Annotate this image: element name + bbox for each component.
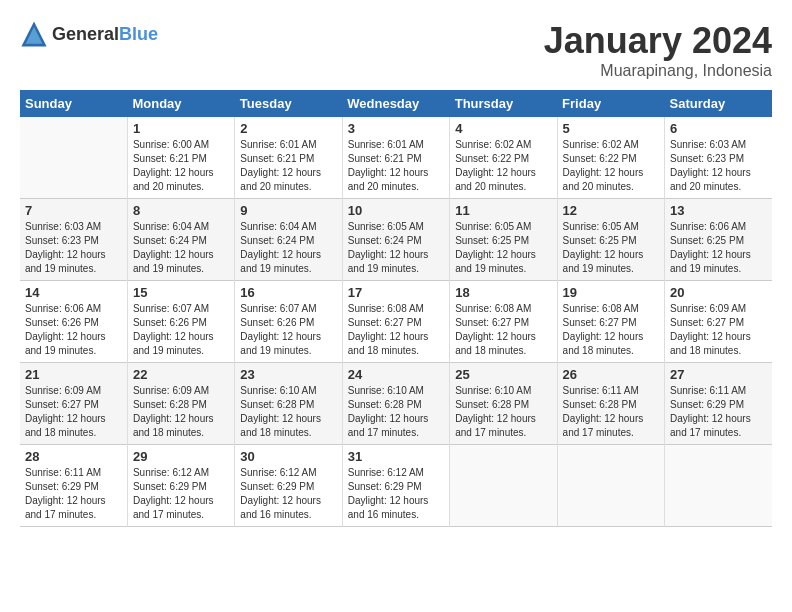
- day-info: Sunrise: 6:09 AM Sunset: 6:27 PM Dayligh…: [670, 302, 767, 358]
- location: Muarapinang, Indonesia: [544, 62, 772, 80]
- day-cell: 11Sunrise: 6:05 AM Sunset: 6:25 PM Dayli…: [450, 199, 557, 281]
- day-info: Sunrise: 6:02 AM Sunset: 6:22 PM Dayligh…: [455, 138, 551, 194]
- day-info: Sunrise: 6:03 AM Sunset: 6:23 PM Dayligh…: [670, 138, 767, 194]
- day-cell: 29Sunrise: 6:12 AM Sunset: 6:29 PM Dayli…: [127, 445, 234, 527]
- day-cell: 20Sunrise: 6:09 AM Sunset: 6:27 PM Dayli…: [665, 281, 772, 363]
- day-info: Sunrise: 6:09 AM Sunset: 6:27 PM Dayligh…: [25, 384, 122, 440]
- day-number: 24: [348, 367, 444, 382]
- day-cell: 27Sunrise: 6:11 AM Sunset: 6:29 PM Dayli…: [665, 363, 772, 445]
- day-number: 18: [455, 285, 551, 300]
- day-info: Sunrise: 6:12 AM Sunset: 6:29 PM Dayligh…: [348, 466, 444, 522]
- day-cell: 17Sunrise: 6:08 AM Sunset: 6:27 PM Dayli…: [342, 281, 449, 363]
- day-number: 17: [348, 285, 444, 300]
- logo-general: General: [52, 24, 119, 44]
- day-number: 23: [240, 367, 336, 382]
- day-info: Sunrise: 6:10 AM Sunset: 6:28 PM Dayligh…: [240, 384, 336, 440]
- header-sunday: Sunday: [20, 90, 127, 117]
- logo: GeneralBlue: [20, 20, 158, 48]
- weekday-header-row: Sunday Monday Tuesday Wednesday Thursday…: [20, 90, 772, 117]
- day-number: 9: [240, 203, 336, 218]
- day-cell: 19Sunrise: 6:08 AM Sunset: 6:27 PM Dayli…: [557, 281, 664, 363]
- day-number: 29: [133, 449, 229, 464]
- day-number: 19: [563, 285, 659, 300]
- day-cell: [557, 445, 664, 527]
- day-cell: 24Sunrise: 6:10 AM Sunset: 6:28 PM Dayli…: [342, 363, 449, 445]
- day-info: Sunrise: 6:03 AM Sunset: 6:23 PM Dayligh…: [25, 220, 122, 276]
- day-number: 12: [563, 203, 659, 218]
- day-info: Sunrise: 6:00 AM Sunset: 6:21 PM Dayligh…: [133, 138, 229, 194]
- calendar-table: Sunday Monday Tuesday Wednesday Thursday…: [20, 90, 772, 527]
- day-cell: 15Sunrise: 6:07 AM Sunset: 6:26 PM Dayli…: [127, 281, 234, 363]
- header-friday: Friday: [557, 90, 664, 117]
- header-saturday: Saturday: [665, 90, 772, 117]
- day-number: 13: [670, 203, 767, 218]
- day-number: 7: [25, 203, 122, 218]
- day-info: Sunrise: 6:05 AM Sunset: 6:25 PM Dayligh…: [563, 220, 659, 276]
- day-cell: 2Sunrise: 6:01 AM Sunset: 6:21 PM Daylig…: [235, 117, 342, 199]
- week-row-2: 7Sunrise: 6:03 AM Sunset: 6:23 PM Daylig…: [20, 199, 772, 281]
- page-header: GeneralBlue January 2024 Muarapinang, In…: [20, 20, 772, 80]
- day-cell: 30Sunrise: 6:12 AM Sunset: 6:29 PM Dayli…: [235, 445, 342, 527]
- day-number: 10: [348, 203, 444, 218]
- day-info: Sunrise: 6:05 AM Sunset: 6:25 PM Dayligh…: [455, 220, 551, 276]
- day-info: Sunrise: 6:10 AM Sunset: 6:28 PM Dayligh…: [348, 384, 444, 440]
- day-info: Sunrise: 6:01 AM Sunset: 6:21 PM Dayligh…: [240, 138, 336, 194]
- day-info: Sunrise: 6:06 AM Sunset: 6:26 PM Dayligh…: [25, 302, 122, 358]
- day-number: 8: [133, 203, 229, 218]
- day-info: Sunrise: 6:11 AM Sunset: 6:29 PM Dayligh…: [670, 384, 767, 440]
- day-cell: [450, 445, 557, 527]
- day-number: 3: [348, 121, 444, 136]
- day-info: Sunrise: 6:07 AM Sunset: 6:26 PM Dayligh…: [133, 302, 229, 358]
- day-number: 1: [133, 121, 229, 136]
- day-info: Sunrise: 6:12 AM Sunset: 6:29 PM Dayligh…: [240, 466, 336, 522]
- day-number: 5: [563, 121, 659, 136]
- day-info: Sunrise: 6:08 AM Sunset: 6:27 PM Dayligh…: [455, 302, 551, 358]
- day-number: 16: [240, 285, 336, 300]
- day-info: Sunrise: 6:09 AM Sunset: 6:28 PM Dayligh…: [133, 384, 229, 440]
- day-number: 28: [25, 449, 122, 464]
- day-cell: 8Sunrise: 6:04 AM Sunset: 6:24 PM Daylig…: [127, 199, 234, 281]
- day-cell: [20, 117, 127, 199]
- day-number: 21: [25, 367, 122, 382]
- logo-blue: Blue: [119, 24, 158, 44]
- day-cell: 31Sunrise: 6:12 AM Sunset: 6:29 PM Dayli…: [342, 445, 449, 527]
- week-row-5: 28Sunrise: 6:11 AM Sunset: 6:29 PM Dayli…: [20, 445, 772, 527]
- day-number: 31: [348, 449, 444, 464]
- day-number: 20: [670, 285, 767, 300]
- header-wednesday: Wednesday: [342, 90, 449, 117]
- day-info: Sunrise: 6:11 AM Sunset: 6:28 PM Dayligh…: [563, 384, 659, 440]
- day-cell: 23Sunrise: 6:10 AM Sunset: 6:28 PM Dayli…: [235, 363, 342, 445]
- day-number: 26: [563, 367, 659, 382]
- day-number: 14: [25, 285, 122, 300]
- day-info: Sunrise: 6:10 AM Sunset: 6:28 PM Dayligh…: [455, 384, 551, 440]
- day-cell: 6Sunrise: 6:03 AM Sunset: 6:23 PM Daylig…: [665, 117, 772, 199]
- day-cell: 7Sunrise: 6:03 AM Sunset: 6:23 PM Daylig…: [20, 199, 127, 281]
- day-number: 30: [240, 449, 336, 464]
- header-monday: Monday: [127, 90, 234, 117]
- day-info: Sunrise: 6:07 AM Sunset: 6:26 PM Dayligh…: [240, 302, 336, 358]
- day-number: 15: [133, 285, 229, 300]
- day-info: Sunrise: 6:04 AM Sunset: 6:24 PM Dayligh…: [133, 220, 229, 276]
- day-cell: 16Sunrise: 6:07 AM Sunset: 6:26 PM Dayli…: [235, 281, 342, 363]
- day-cell: 25Sunrise: 6:10 AM Sunset: 6:28 PM Dayli…: [450, 363, 557, 445]
- day-info: Sunrise: 6:12 AM Sunset: 6:29 PM Dayligh…: [133, 466, 229, 522]
- week-row-3: 14Sunrise: 6:06 AM Sunset: 6:26 PM Dayli…: [20, 281, 772, 363]
- day-number: 22: [133, 367, 229, 382]
- day-cell: 9Sunrise: 6:04 AM Sunset: 6:24 PM Daylig…: [235, 199, 342, 281]
- logo-text: GeneralBlue: [52, 24, 158, 45]
- day-cell: 22Sunrise: 6:09 AM Sunset: 6:28 PM Dayli…: [127, 363, 234, 445]
- generalblue-icon: [20, 20, 48, 48]
- day-cell: 4Sunrise: 6:02 AM Sunset: 6:22 PM Daylig…: [450, 117, 557, 199]
- day-number: 4: [455, 121, 551, 136]
- day-number: 2: [240, 121, 336, 136]
- day-number: 27: [670, 367, 767, 382]
- day-cell: 3Sunrise: 6:01 AM Sunset: 6:21 PM Daylig…: [342, 117, 449, 199]
- day-cell: 10Sunrise: 6:05 AM Sunset: 6:24 PM Dayli…: [342, 199, 449, 281]
- title-block: January 2024 Muarapinang, Indonesia: [544, 20, 772, 80]
- day-info: Sunrise: 6:05 AM Sunset: 6:24 PM Dayligh…: [348, 220, 444, 276]
- day-info: Sunrise: 6:06 AM Sunset: 6:25 PM Dayligh…: [670, 220, 767, 276]
- week-row-1: 1Sunrise: 6:00 AM Sunset: 6:21 PM Daylig…: [20, 117, 772, 199]
- day-number: 11: [455, 203, 551, 218]
- week-row-4: 21Sunrise: 6:09 AM Sunset: 6:27 PM Dayli…: [20, 363, 772, 445]
- header-tuesday: Tuesday: [235, 90, 342, 117]
